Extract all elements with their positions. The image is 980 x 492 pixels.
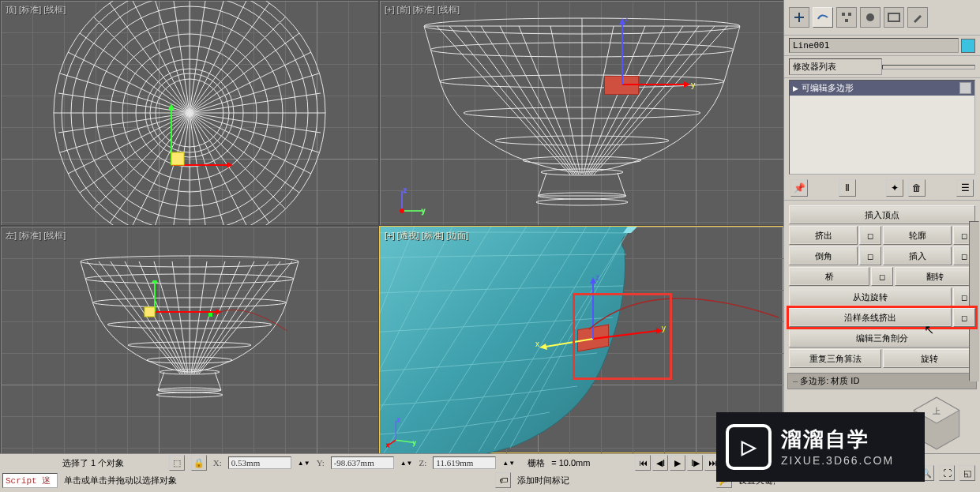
coord-y-value[interactable]: -98.637mm	[331, 456, 394, 469]
bridge-button[interactable]: 桥	[789, 267, 869, 286]
svg-point-132	[866, 13, 874, 21]
selection-status: 选择了 1 个对象	[62, 457, 124, 469]
stack-toggle-icon[interactable]	[959, 82, 971, 94]
bridge-settings-button[interactable]: ◻	[871, 267, 893, 286]
viewport-left[interactable]: 左] [标准] [线框]	[1, 227, 378, 453]
play-icon[interactable]: ▶	[670, 455, 685, 471]
coord-x-label: X:	[213, 458, 222, 468]
svg-text:x: x	[535, 340, 539, 348]
rollout-header-label: 多边形: 材质 ID	[800, 376, 859, 385]
script-listener[interactable]: Script 迷	[2, 473, 58, 488]
tab-hierarchy[interactable]	[836, 7, 857, 28]
tab-display[interactable]	[884, 7, 904, 28]
turn-button[interactable]: 旋转	[883, 349, 975, 368]
svg-text:z: z	[404, 187, 407, 194]
wireframe-object-front[interactable]	[392, 2, 772, 223]
svg-text:y: y	[413, 439, 416, 446]
svg-line-51	[519, 26, 579, 175]
svg-point-71	[400, 209, 404, 213]
extrude-along-spline-highlight: 沿样条线挤出 ◻	[789, 308, 975, 327]
lock-icon[interactable]: 🔒	[191, 455, 207, 471]
bevel-settings-button[interactable]: ◻	[859, 246, 881, 265]
remove-modifier-icon[interactable]: 🗑	[908, 179, 926, 197]
axis-tripod-icon: x y z	[386, 417, 418, 449]
next-frame-icon[interactable]: Ⅰ▶	[687, 455, 703, 471]
retriangulate-button[interactable]: 重复三角算法	[789, 349, 881, 368]
goto-start-icon[interactable]: ⏮	[635, 455, 651, 471]
show-end-result-icon[interactable]: Ⅱ	[839, 179, 856, 197]
svg-point-80	[156, 392, 223, 397]
svg-line-49	[481, 26, 576, 175]
add-time-tag[interactable]: 添加时间标记	[517, 475, 569, 486]
viewport-label-front[interactable]: [+] [前] [标准] [线框]	[385, 4, 460, 16]
pin-stack-icon[interactable]: 📌	[790, 179, 808, 197]
svg-marker-32	[227, 162, 233, 168]
insert-button[interactable]: 插入	[883, 246, 952, 265]
modifier-list-dropdown[interactable]: 修改器列表	[784, 56, 980, 78]
move-gizmo[interactable]	[140, 102, 235, 197]
nav-maximize-icon[interactable]: ◱	[959, 465, 975, 481]
outline-button[interactable]: 轮廓	[883, 226, 952, 245]
selection-lock-icon[interactable]: ⬚	[169, 455, 185, 471]
prev-frame-icon[interactable]: ◀Ⅰ	[652, 455, 668, 471]
stack-toolbar: 📌 Ⅱ ✦ 🗑 ☰	[784, 176, 980, 201]
nav-zoom-all-icon[interactable]: ⛶	[939, 465, 955, 481]
svg-rect-35	[171, 152, 184, 165]
svg-line-123	[396, 440, 413, 442]
viewport-front[interactable]: [+] [前] [标准] [线框]	[380, 1, 783, 225]
panel-scrollbar[interactable]	[969, 221, 979, 381]
grid-label: 栅格	[528, 457, 545, 469]
svg-rect-129	[842, 13, 845, 16]
tab-modify[interactable]	[813, 7, 833, 28]
spline-handle[interactable]	[208, 295, 295, 343]
tab-motion[interactable]	[860, 7, 880, 28]
object-color-swatch[interactable]	[961, 39, 975, 53]
rollout-header[interactable]: – 多边形: 材质 ID	[787, 373, 977, 389]
make-unique-icon[interactable]: ✦	[886, 179, 903, 197]
time-tag-icon[interactable]: 🏷	[495, 472, 511, 488]
modifier-stack[interactable]: ▶ 可编辑多边形	[789, 80, 975, 175]
object-name-row: Line001	[784, 36, 980, 56]
svg-marker-62	[684, 81, 690, 88]
coord-y-label: Y:	[317, 458, 325, 468]
svg-rect-131	[845, 19, 848, 22]
bevel-button[interactable]: 倒角	[789, 246, 858, 265]
configure-sets-icon[interactable]: ☰	[956, 179, 974, 197]
tab-utilities[interactable]	[907, 7, 928, 28]
playback-controls: ⏮ ◀Ⅰ ▶ Ⅰ▶ ⏭	[635, 455, 720, 471]
prompt-line: 单击或单击并拖动以选择对象	[64, 475, 177, 486]
stack-item-editable-poly[interactable]: ▶ 可编辑多边形	[790, 81, 974, 96]
grid-value: = 10.0mm	[551, 458, 590, 468]
play-logo-icon: ▷	[726, 424, 772, 470]
flip-button[interactable]: 翻转	[895, 267, 975, 286]
coord-z-value[interactable]: 11.619mm	[433, 456, 496, 469]
extrude-spline-settings-button[interactable]: ◻	[953, 308, 975, 327]
annotation-red-box	[573, 293, 672, 380]
tab-create[interactable]	[789, 7, 809, 28]
viewport-label-top[interactable]: 顶] [标准] [线框]	[6, 4, 66, 16]
rollout-edit-edges: 插入顶点 挤出 ◻ 轮廓 ◻ 倒角 ◻ 插入 ◻ 桥 ◻ 翻转 从边旋转 ◻	[787, 202, 977, 371]
viewport-label-left[interactable]: 左] [标准] [线框]	[6, 230, 66, 242]
extrude-button[interactable]: 挤出	[789, 226, 858, 245]
svg-rect-101	[208, 313, 212, 317]
insert-vertex-button[interactable]: 插入顶点	[789, 205, 975, 224]
hinge-from-edge-button[interactable]: 从边旋转	[789, 287, 952, 306]
viewport-label-persp[interactable]: [+] [透视] [标准] [边面]	[385, 230, 468, 242]
svg-marker-99	[152, 280, 158, 283]
watermark-overlay: ▷ 溜溜自学 ZIXUE.3D66.COM	[716, 412, 925, 482]
modifier-list-label: 修改器列表	[789, 58, 882, 75]
svg-marker-34	[168, 103, 175, 110]
coord-x-value[interactable]: 0.53mm	[228, 456, 291, 469]
axis-tripod-icon: y z	[394, 187, 426, 219]
svg-rect-130	[848, 13, 851, 16]
watermark-url: ZIXUE.3D66.COM	[781, 453, 894, 468]
extrude-settings-button[interactable]: ◻	[859, 226, 881, 245]
object-name-field[interactable]: Line001	[789, 38, 959, 53]
svg-line-55	[465, 26, 574, 175]
edit-tri-button[interactable]: 编辑三角剖分	[789, 329, 975, 347]
expand-icon[interactable]: ▶	[793, 85, 798, 92]
svg-text:上: 上	[933, 407, 941, 415]
move-gizmo[interactable]: y z	[587, 18, 705, 113]
viewport-area: 顶] [标准] [线框]	[0, 0, 784, 454]
viewport-top[interactable]: 顶] [标准] [线框]	[1, 1, 378, 225]
